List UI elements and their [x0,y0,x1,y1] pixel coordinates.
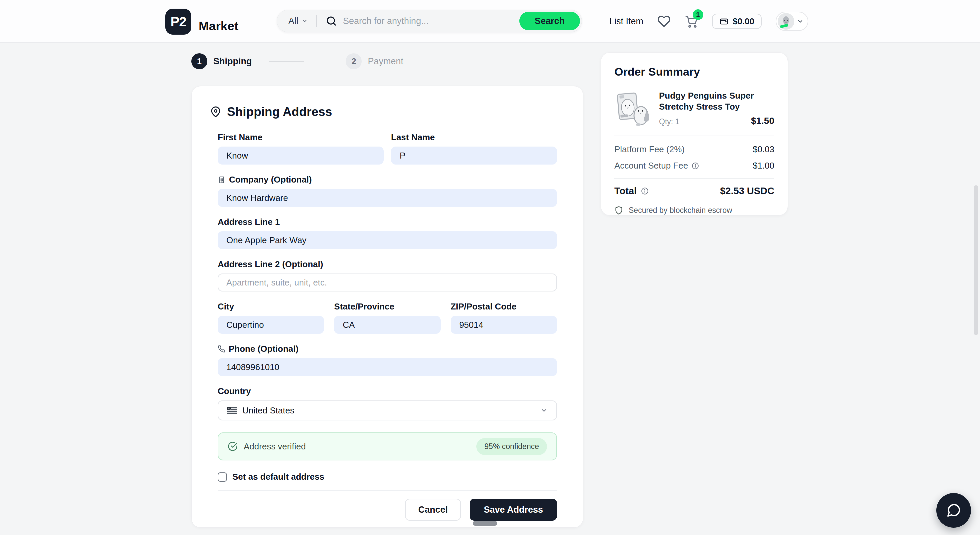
address2-label: Address Line 2 (Optional) [218,259,557,270]
shipping-form: First Name Last Name Company (Optional) … [218,132,557,521]
state-label: State/Province [334,302,440,312]
header: P2 Market All Search List Item 1 [0,0,980,43]
wallet-balance: $0.00 [733,16,754,27]
search-button[interactable]: Search [519,12,580,30]
step-shipping[interactable]: 1 Shipping [191,53,252,69]
step-connector [269,61,304,62]
info-icon[interactable] [691,162,699,170]
divider [614,136,774,136]
platform-fee-value: $0.03 [752,144,774,155]
info-icon[interactable] [641,187,649,195]
us-flag-icon [227,407,237,414]
step-payment[interactable]: 2 Payment [346,53,403,69]
step-number: 1 [191,53,207,69]
default-address-label[interactable]: Set as default address [232,472,325,482]
country-label: Country [218,386,557,397]
product-qty: Qty: 1 [659,117,679,126]
setup-fee-row: Account Setup Fee $1.00 [614,160,774,171]
zip-field[interactable] [451,316,557,334]
logo-text: P2 [171,14,186,29]
phone-field[interactable] [218,358,557,376]
phone-label: Phone (Optional) [229,344,298,354]
step-number: 2 [346,53,362,69]
address1-group: Address Line 1 [218,217,557,249]
wallet-button[interactable]: $0.00 [712,14,762,29]
chat-button[interactable] [936,493,971,528]
zip-group: ZIP/Postal Code [451,302,557,334]
company-group: Company (Optional) [218,175,557,207]
header-actions: List Item 1 $0.00 [609,0,808,43]
first-name-label: First Name [218,132,383,143]
check-circle-icon [228,441,238,451]
state-group: State/Province [334,302,440,334]
city-field[interactable] [218,316,324,334]
first-name-field[interactable] [218,146,383,165]
escrow-row: Secured by blockchain escrow [614,206,774,215]
shipping-address-card: Shipping Address First Name Last Name Co… [191,86,583,528]
address2-field[interactable] [218,273,557,292]
form-title-row: Shipping Address [210,105,565,119]
first-name-group: First Name [218,132,383,165]
category-dropdown[interactable]: All [288,16,308,26]
platform-fee-row: Platform Fee (2%) $0.03 [614,144,774,155]
default-address-row: Set as default address [218,472,557,482]
horizontal-scrollbar-thumb[interactable] [473,521,497,525]
shield-icon [614,206,623,215]
order-summary-card: Order Summary [601,52,788,216]
state-field[interactable] [334,316,440,334]
order-summary-title: Order Summary [614,65,774,78]
company-field[interactable] [218,189,557,207]
chevron-down-icon [302,18,308,24]
total-row: Total $2.53 USDC [614,186,774,197]
phone-group: Phone (Optional) [218,344,557,376]
order-item-info: Pudgy Penguins Super Stretchy Stress Toy… [659,90,774,127]
platform-fee-label: Platform Fee (2%) [614,144,685,155]
product-name: Pudgy Penguins Super Stretchy Stress Toy [659,90,774,112]
city-group: City [218,302,324,334]
total-label: Total [614,186,637,197]
confidence-badge: 95% confidence [476,438,547,455]
search-bar: All Search [277,10,582,32]
step-label: Payment [368,56,403,67]
checkout-steps: 1 Shipping 2 Payment [191,53,403,69]
list-item-link[interactable]: List Item [609,16,643,27]
address1-field[interactable] [218,231,557,249]
search-icon [326,15,337,27]
country-select[interactable]: United States [218,400,557,421]
chevron-down-icon [540,407,548,414]
order-item: Pudgy Penguins Super Stretchy Stress Toy… [614,90,774,127]
cart-count-badge: 1 [693,10,703,20]
country-value: United States [242,405,294,416]
phone-icon [218,345,225,353]
cancel-button[interactable]: Cancel [405,499,461,521]
address1-label: Address Line 1 [218,217,557,227]
account-menu[interactable] [776,12,808,31]
default-address-checkbox[interactable] [218,472,227,482]
chat-icon [946,503,961,518]
map-pin-icon [210,106,222,118]
heart-icon[interactable] [657,15,671,28]
product-price: $1.50 [751,116,774,126]
address-verified-banner: Address verified 95% confidence [218,432,557,460]
last-name-group: Last Name [391,132,557,165]
cart-button[interactable]: 1 [685,15,698,28]
setup-fee-label: Account Setup Fee [614,160,688,171]
last-name-field[interactable] [391,146,557,165]
step-label: Shipping [213,56,252,67]
divider [614,178,774,179]
form-footer: Cancel Save Address [218,490,557,521]
zip-label: ZIP/Postal Code [451,302,557,312]
verified-message: Address verified [243,441,305,452]
brand-name: Market [199,19,238,35]
logo[interactable]: P2 Market [165,9,238,35]
save-address-button[interactable]: Save Address [470,499,557,521]
building-icon [218,176,226,184]
divider [317,15,317,27]
chevron-down-icon [797,18,803,25]
avatar [778,13,794,30]
total-value: $2.53 USDC [720,186,774,197]
vertical-scrollbar-thumb[interactable] [974,185,978,335]
product-image [614,90,651,127]
escrow-text: Secured by blockchain escrow [628,206,732,215]
company-label: Company (Optional) [229,175,312,185]
